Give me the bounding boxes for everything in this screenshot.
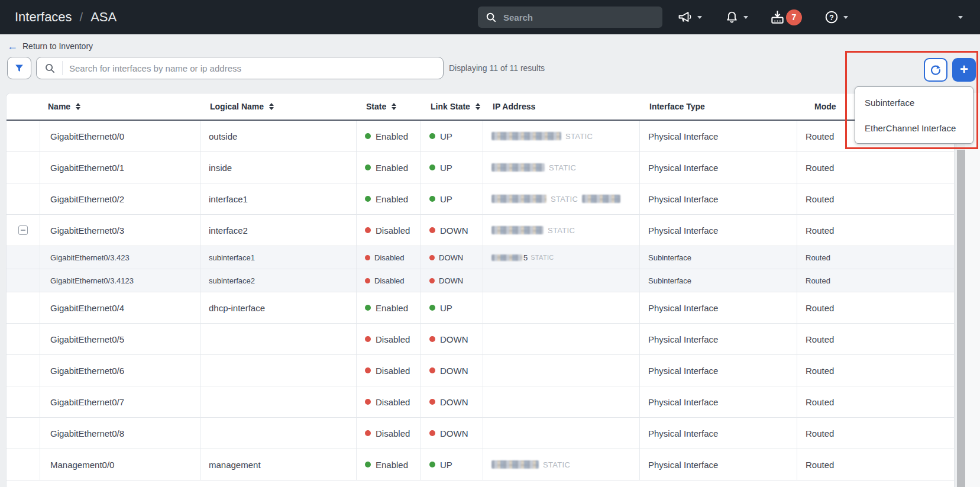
column-label: Link State — [431, 102, 470, 111]
cell-name: GigabitEthernet0/3 — [40, 215, 200, 246]
return-to-inventory-link[interactable]: ← Return to Inventory — [7, 34, 93, 57]
cell-link-state: DOWN — [421, 355, 483, 386]
table-row[interactable]: GigabitEthernet0/3.4123subinterface2Disa… — [7, 269, 954, 292]
megaphone-icon — [677, 10, 693, 24]
add-interface-button[interactable]: + — [952, 58, 976, 82]
scrollbar-thumb[interactable] — [957, 150, 965, 487]
collapse-icon[interactable] — [18, 225, 28, 235]
cell-link-state: UP — [421, 121, 483, 151]
global-search[interactable]: Search — [478, 7, 662, 28]
cell-name: GigabitEthernet0/3.423 — [40, 246, 200, 269]
table-row[interactable]: GigabitEthernet0/4dhcp-interfaceEnabledU… — [7, 292, 954, 324]
table-row[interactable]: GigabitEthernet0/8DisabledDOWNPhysical I… — [7, 418, 954, 449]
state-dot — [365, 305, 371, 311]
link-state-dot — [429, 367, 435, 373]
link-state-label: DOWN — [440, 225, 468, 236]
deploy-inbox-icon — [769, 9, 786, 25]
cell-ip-address: STATIC — [483, 215, 640, 246]
cell-name: GigabitEthernet0/2 — [40, 183, 200, 214]
column-header-name[interactable]: Name — [40, 101, 200, 112]
search-icon — [44, 63, 56, 74]
cell-logical-name: subinterface1 — [200, 246, 357, 269]
expander-cell — [7, 269, 40, 292]
cell-link-state: DOWN — [421, 215, 483, 246]
table-row[interactable]: GigabitEthernet0/3interface2DisabledDOWN… — [7, 215, 954, 246]
link-state-label: DOWN — [440, 366, 468, 376]
state-dot — [365, 462, 371, 467]
redacted-ip — [491, 460, 539, 469]
state-label: Enabled — [376, 131, 408, 141]
cell-ip-address: STATIC — [483, 152, 640, 183]
cell-state: Enabled — [357, 449, 421, 480]
cell-ip-address: STATIC — [483, 121, 640, 151]
cell-ip-address — [483, 269, 640, 292]
account-menu[interactable] — [958, 0, 963, 34]
table-row[interactable]: Management0/0managementEnabledUPSTATICPh… — [7, 449, 954, 480]
table-row[interactable]: GigabitEthernet0/2interface1EnabledUPSTA… — [7, 183, 954, 215]
expander-cell — [7, 183, 40, 214]
link-state-label: DOWN — [440, 428, 468, 438]
table-row[interactable]: GigabitEthernet0/7DisabledDOWNPhysical I… — [7, 386, 954, 418]
deploy-menu[interactable]: 7 — [769, 0, 802, 34]
cell-mode: Routed — [797, 324, 954, 354]
cell-link-state: UP — [421, 152, 483, 183]
expander-cell — [7, 121, 40, 151]
cell-name: GigabitEthernet0/1 — [40, 152, 200, 183]
help-menu[interactable]: ? — [824, 0, 848, 34]
ip-type-label: STATIC — [549, 163, 576, 172]
state-label: Disabled — [376, 366, 410, 376]
notifications-menu[interactable] — [725, 0, 748, 34]
table-row[interactable]: GigabitEthernet0/0outsideEnabledUPSTATIC… — [7, 121, 954, 152]
cell-interface-type: Physical Interface — [640, 355, 797, 386]
link-state-dot — [429, 196, 435, 202]
state-dot — [365, 227, 371, 233]
table-row[interactable]: GigabitEthernet0/3.423subinterface1Disab… — [7, 246, 954, 269]
page-title-device: ASA — [90, 9, 117, 25]
state-dot — [365, 278, 370, 283]
redacted-ip — [491, 254, 522, 261]
cell-mode: Routed — [797, 269, 954, 292]
state-dot — [365, 196, 371, 202]
column-header-state[interactable]: State — [357, 101, 421, 112]
interfaces-table: NameLogical NameStateLink StateIP Addres… — [6, 93, 955, 487]
cell-logical-name: subinterface2 — [200, 269, 357, 292]
add-menu-item[interactable]: Subinterface — [855, 90, 973, 115]
cell-state: Disabled — [357, 246, 421, 269]
expander-cell — [7, 292, 40, 323]
announcements-menu[interactable] — [677, 0, 702, 34]
cell-state: Enabled — [357, 152, 421, 183]
column-header-logical[interactable]: Logical Name — [200, 101, 357, 112]
cell-name: GigabitEthernet0/7 — [40, 386, 200, 417]
cell-name: Management0/0 — [40, 449, 200, 480]
refresh-button[interactable] — [924, 58, 947, 82]
table-header-row: NameLogical NameStateLink StateIP Addres… — [7, 93, 954, 121]
table-row[interactable]: GigabitEthernet0/5DisabledDOWNPhysical I… — [7, 324, 954, 355]
ip-type-label: STATIC — [543, 460, 570, 469]
state-label: Disabled — [374, 276, 405, 285]
cell-state: Disabled — [357, 386, 421, 417]
state-label: Enabled — [376, 460, 408, 470]
expander-cell[interactable] — [7, 215, 40, 246]
search-icon — [486, 12, 497, 23]
deploy-badge: 7 — [786, 9, 802, 25]
cell-interface-type: Physical Interface — [640, 183, 797, 214]
state-label: Enabled — [376, 194, 408, 204]
cell-link-state: UP — [421, 183, 483, 214]
table-row[interactable]: GigabitEthernet0/1insideEnabledUPSTATICP… — [7, 152, 954, 183]
table-row[interactable]: GigabitEthernet0/6DisabledDOWNPhysical I… — [7, 355, 954, 386]
interface-search-input[interactable] — [69, 63, 435, 73]
filter-button[interactable] — [7, 57, 31, 79]
link-state-label: DOWN — [439, 276, 463, 285]
cell-logical-name: dhcp-interface — [200, 292, 357, 323]
column-header-link[interactable]: Link State — [421, 101, 483, 112]
column-header-type: Interface Type — [640, 102, 797, 111]
add-menu-item[interactable]: EtherChannel Interface — [855, 115, 973, 141]
state-dot — [365, 430, 371, 436]
expander-cell — [7, 418, 40, 449]
cell-logical-name — [200, 418, 357, 449]
cell-mode: Routed — [797, 449, 954, 480]
breadcrumb-bar — [0, 34, 980, 57]
ip-type-label: STATIC — [531, 254, 554, 261]
redacted-ip — [582, 195, 620, 203]
cell-interface-type: Physical Interface — [640, 152, 797, 183]
